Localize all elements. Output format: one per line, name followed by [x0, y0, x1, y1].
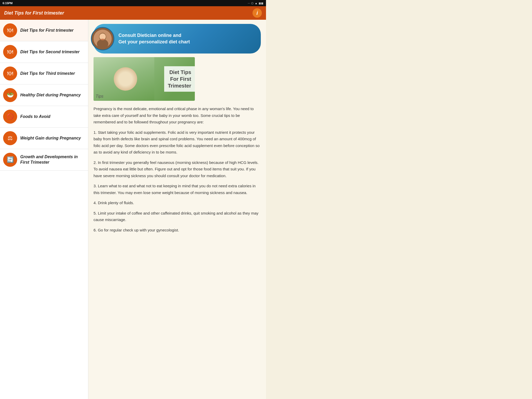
sidebar-label-foods-avoid: Foods to Avoid: [20, 114, 50, 119]
consult-text: Consult Dietician online andGet your per…: [118, 32, 190, 45]
sidebar-item-growth-first[interactable]: 🔄 Growth and Developments in First Trime…: [0, 149, 88, 171]
sidebar-item-weight-gain[interactable]: ⚖ Weight Gain during Pregnancy: [0, 128, 88, 149]
wifi-icon: ▲: [255, 2, 257, 5]
content-area: Consult Dietician online andGet your per…: [88, 20, 266, 399]
consult-banner[interactable]: Consult Dietician online andGet your per…: [94, 24, 261, 54]
status-time: 6:15PM: [3, 2, 13, 5]
foods-avoid-icon: 🚫: [3, 110, 17, 124]
growth-first-icon: 🔄: [3, 153, 17, 167]
sidebar-label-diet-third: Diet Tips for Third trimester: [20, 71, 75, 76]
diet-image: Diet TipsFor FirstTrimester Tips: [94, 57, 195, 101]
diet-image-text: Diet TipsFor FirstTrimester: [164, 66, 195, 92]
sidebar-label-diet-second: Diet Tips for Second trimester: [20, 49, 79, 55]
app-header: Diet Tips for First trimester i: [0, 6, 266, 20]
sidebar-item-foods-avoid[interactable]: 🚫 Foods to Avoid: [0, 106, 88, 128]
header-title: Diet Tips for First trimester: [4, 10, 64, 16]
diet-image-tips-label: Tips: [96, 94, 103, 99]
bluetooth-icon: ⬠: [251, 2, 254, 5]
sidebar-label-growth-first: Growth and Developments in First Trimest…: [20, 154, 85, 165]
article-tip-2: 2. In first trimester you generally feel…: [94, 159, 261, 179]
article-tip-1: 1. Start taking your folic acid suppleme…: [94, 129, 261, 156]
main-layout: 🍽 Diet Tips for First trimester 🍽 Diet T…: [0, 20, 266, 399]
article-intro: Pregnancy is the most delicate, emotiona…: [94, 105, 261, 125]
article-tip-3: 3. Learn what to eat and what not to eat…: [94, 183, 261, 196]
dietician-avatar: [91, 27, 114, 50]
healthy-diet-icon: 🥗: [3, 88, 17, 102]
sidebar-label-diet-first: Diet Tips for First trimester: [20, 28, 74, 33]
status-icons: ··· ⬠ ▲ ▮▮▮: [248, 2, 263, 5]
svg-point-4: [101, 39, 105, 40]
sidebar-item-diet-third[interactable]: 🍽 Diet Tips for Third trimester: [0, 63, 88, 84]
diet-first-icon: 🍽: [3, 23, 17, 37]
info-button[interactable]: i: [252, 8, 262, 18]
diet-second-icon: 🍽: [3, 45, 17, 59]
article-tip-6: 6. Go for regular check up with your gyn…: [94, 227, 261, 234]
sidebar-label-healthy-diet: Healthy Diet during Pregnancy: [20, 92, 81, 98]
battery-icon: ▮▮▮: [259, 2, 263, 5]
article-tip-4: 4. Drink plenty of fluids.: [94, 200, 261, 206]
sidebar: 🍽 Diet Tips for First trimester 🍽 Diet T…: [0, 20, 88, 399]
sidebar-item-diet-first[interactable]: 🍽 Diet Tips for First trimester: [0, 20, 88, 41]
diet-third-icon: 🍽: [3, 66, 17, 81]
article-tip-5: 5. Limit your intake of coffee and other…: [94, 210, 261, 223]
sidebar-label-weight-gain: Weight Gain during Pregnancy: [20, 136, 81, 141]
status-bar: 6:15PM ··· ⬠ ▲ ▮▮▮: [0, 0, 266, 6]
sidebar-item-diet-second[interactable]: 🍽 Diet Tips for Second trimester: [0, 41, 88, 63]
article-body: Pregnancy is the most delicate, emotiona…: [94, 105, 261, 233]
signal-dots-icon: ···: [248, 2, 250, 5]
sidebar-item-healthy-diet[interactable]: 🥗 Healthy Diet during Pregnancy: [0, 84, 88, 106]
weight-gain-icon: ⚖: [3, 131, 17, 145]
